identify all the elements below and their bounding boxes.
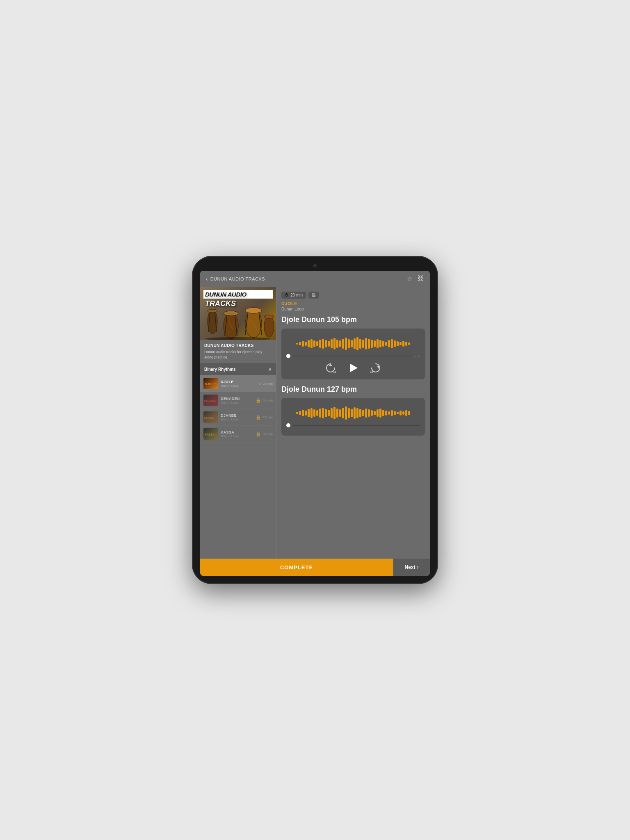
- lesson-name: KASSA: [221, 430, 254, 434]
- waveform-bar: [388, 411, 390, 415]
- rewind-button[interactable]: 15: [324, 362, 337, 374]
- svg-point-15: [264, 316, 274, 337]
- waveform-bar: [354, 407, 356, 419]
- course-description: Dunun audio tracks for djembe play along…: [204, 349, 272, 360]
- lesson-star-icon[interactable]: ☆: [258, 381, 262, 386]
- complete-button[interactable]: COMPLETE: [200, 559, 393, 576]
- waveform-bar: [399, 342, 402, 345]
- waveform-bar: [382, 341, 384, 347]
- svg-point-10: [245, 310, 262, 338]
- forward-button[interactable]: 15: [370, 362, 382, 374]
- progress-row-2[interactable]: [286, 423, 420, 427]
- waveform-bar: [377, 339, 379, 348]
- lock-icon: 🔒: [256, 398, 261, 403]
- lesson-category: DJOLE: [281, 301, 425, 306]
- tablet-device: ‹ DUNUN AUDIO TRACKS ☆ ⛓ DUNUN AUDIO TRA…: [192, 256, 438, 584]
- waveform-bar: [397, 341, 399, 346]
- course-info: DUNUN AUDIO TRACKS Dunun audio tracks fo…: [200, 340, 276, 363]
- back-arrow-icon[interactable]: ‹: [206, 276, 208, 282]
- waveform-bar: [359, 339, 361, 349]
- list-item[interactable]: KASSA KASSA Dunun Loop 🔒 30 min: [200, 426, 276, 443]
- waveform-bar: [339, 340, 341, 347]
- next-arrow-icon: ›: [417, 564, 419, 570]
- waveform-bar: [388, 340, 390, 347]
- next-label: Next: [404, 564, 415, 570]
- lesson-duration: 20 min: [263, 415, 273, 419]
- lesson-thumbnail: KASSA: [203, 428, 218, 440]
- waveform-bar: [368, 409, 370, 417]
- lesson-text: DJOLE Dunun Loop: [221, 380, 258, 388]
- waveform-bar: [385, 411, 387, 415]
- waveform-bar: [365, 409, 367, 418]
- meta-row: ⏱ 20 min ⛓: [281, 292, 425, 299]
- progress-line-2[interactable]: [293, 425, 420, 426]
- waveform-bar: [345, 338, 347, 350]
- lesson-list: DJOLE DJOLE Dunun Loop ☆ 20 min DENADEN: [200, 375, 276, 559]
- waveform-bar: [313, 340, 315, 347]
- lesson-name: DENADEN: [221, 397, 254, 401]
- waveform-bar: [385, 342, 387, 346]
- waveform-bar: [308, 340, 310, 347]
- course-name: DUNUN AUDIO TRACKS: [204, 343, 272, 348]
- waveform-bar: [310, 339, 313, 348]
- waveform-bar: [408, 411, 410, 415]
- header-right: ☆ ⛓: [407, 275, 424, 283]
- waveform-bar: [371, 410, 373, 416]
- list-item[interactable]: DJOLE DJOLE Dunun Loop ☆ 20 min: [200, 375, 276, 392]
- waveform-1: [286, 333, 420, 354]
- waveform-bar: [342, 408, 344, 418]
- progress-row-1[interactable]: --:--: [286, 354, 420, 358]
- tablet-screen: ‹ DUNUN AUDIO TRACKS ☆ ⛓ DUNUN AUDIO TRA…: [200, 271, 430, 576]
- audio-player-1: --:-- 15: [281, 329, 425, 379]
- waveform-bar: [308, 409, 310, 417]
- waveform-bar: [319, 409, 321, 418]
- link-badge[interactable]: ⛓: [308, 292, 319, 299]
- next-button[interactable]: Next ›: [393, 559, 430, 576]
- thumb-title-line1: DUNUN AUDIO: [203, 290, 273, 299]
- svg-text:DJOLE: DJOLE: [205, 382, 216, 386]
- svg-point-17: [205, 337, 271, 340]
- course-thumbnail: DUNUN AUDIO TRACKS: [200, 287, 276, 340]
- waveform-bar: [397, 412, 399, 414]
- waveform-bar: [371, 340, 373, 348]
- svg-point-6: [224, 311, 238, 316]
- list-item[interactable]: DENADEN DENADEN Dunun Loop 🔒 30 min: [200, 392, 276, 409]
- drums-illustration: [200, 305, 276, 340]
- lesson-subtitle: Dunun Loop: [221, 434, 254, 438]
- svg-text:DENADEN: DENADEN: [204, 400, 216, 402]
- header: ‹ DUNUN AUDIO TRACKS ☆ ⛓: [200, 271, 430, 287]
- lesson-text: DJANBE Dunun Loop: [221, 413, 254, 421]
- section-header[interactable]: Binary Rhythms ∧: [200, 363, 276, 375]
- progress-dot[interactable]: [286, 354, 290, 358]
- progress-dot-2[interactable]: [286, 423, 290, 427]
- list-item[interactable]: DJANBE DJANBE Dunun Loop 🔒 20 min: [200, 409, 276, 426]
- main-content: DUNUN AUDIO TRACKS: [200, 287, 430, 559]
- progress-line[interactable]: [293, 356, 412, 356]
- header-title: DUNUN AUDIO TRACKS: [210, 276, 265, 281]
- waveform-bar: [348, 408, 350, 418]
- star-icon[interactable]: ☆: [407, 275, 413, 283]
- waveform-bar: [362, 410, 364, 416]
- lesson-subtitle: Dunun Loop: [221, 401, 254, 404]
- lesson-duration: 20 min: [263, 382, 273, 386]
- camera: [313, 264, 317, 267]
- waveform-bar: [391, 339, 393, 348]
- link-icon[interactable]: ⛓: [418, 275, 424, 283]
- waveform-bar: [322, 339, 324, 349]
- lesson-thumbnail: DENADEN: [203, 395, 218, 406]
- waveform-bar: [331, 408, 333, 418]
- header-left: ‹ DUNUN AUDIO TRACKS: [206, 276, 265, 282]
- waveform-bar: [345, 406, 347, 420]
- waveform-bar: [382, 410, 384, 416]
- play-button[interactable]: [347, 361, 360, 374]
- waveform-bar: [325, 409, 327, 417]
- waveform-bar: [331, 339, 333, 348]
- lesson-text: DENADEN Dunun Loop: [221, 397, 254, 404]
- waveform-bar: [333, 407, 336, 419]
- waveform-bar: [394, 411, 396, 415]
- waveform-bar: [356, 337, 358, 350]
- waveform-bar: [351, 409, 353, 417]
- waveform-bar: [333, 338, 336, 349]
- lesson-text: KASSA Dunun Loop: [221, 430, 254, 438]
- waveform-bar: [310, 408, 313, 418]
